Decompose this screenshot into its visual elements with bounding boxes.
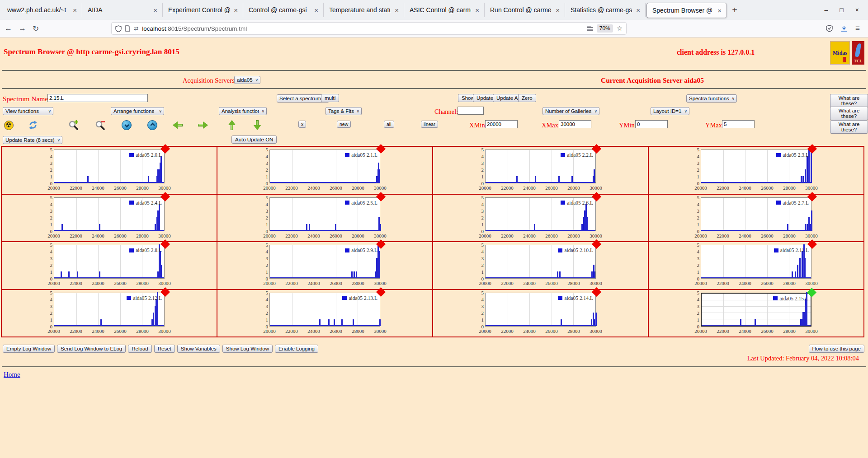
layout-id-dropdown[interactable]: Layout ID=1 [651,107,689,115]
gallery-cell[interactable]: aida05 2.0.L5432102000022000240002600028… [2,147,217,194]
tab-close-icon[interactable]: × [554,6,561,14]
new-tab-button[interactable]: + [728,3,741,17]
spectrum-plot[interactable]: aida05 2.12.L [54,293,165,327]
gallery-cell[interactable]: aida05 2.13.L543210200002200024000260002… [217,290,432,337]
enable-logging-button[interactable]: Enable Logging [275,345,318,353]
browser-tab[interactable]: Run Control @ carme-gs× [485,3,565,17]
multi-button[interactable]: multi [321,94,339,102]
arrow-up-icon[interactable] [226,119,238,131]
radiation-icon[interactable]: ☢ [3,119,14,131]
spectrum-plot[interactable]: aida05 2.7.L [701,197,811,231]
browser-tab[interactable]: AIDA× [82,3,163,17]
bookmark-star-icon[interactable]: ☆ [617,24,623,33]
spectrum-plot[interactable]: aida05 2.9.L [269,245,380,279]
spectrum-plot[interactable]: aida05 2.11.L [701,245,811,279]
analysis-functions-dropdown[interactable]: Analysis functions [219,107,267,115]
what-are-these-button-1[interactable]: What are these? [830,94,868,107]
gallery-cell[interactable]: aida05 2.11.L543210200002200024000260002… [649,242,863,289]
spectrum-plot[interactable]: aida05 2.0.L [54,150,165,183]
browser-tab[interactable]: Control @ carme-gsi× [243,3,324,17]
arrow-left-icon[interactable] [172,119,184,131]
what-are-these-button-2[interactable]: What are these? [830,107,868,120]
expand-vertical-icon[interactable] [146,119,158,131]
marker-diamond[interactable] [376,144,386,154]
tab-close-icon[interactable]: × [152,6,159,14]
spectrum-plot[interactable]: aida05 2.14.L [485,293,596,327]
tab-close-icon[interactable]: × [232,6,239,14]
tab-close-icon[interactable]: × [635,6,642,14]
back-button[interactable]: ← [5,24,12,33]
gallery-cell[interactable]: aida05 2.10.L543210200002200024000260002… [433,242,648,289]
zoom-in-icon[interactable] [68,119,80,131]
selected-marker-diamond[interactable] [807,287,816,297]
url-bar[interactable]: ⇄ localhost:8015/Spectrum/Spectrum.tml 7… [111,22,627,35]
gallery-cell[interactable]: aida05 2.9.L5432102000022000240002600028… [217,242,432,289]
home-link[interactable]: Home [4,371,20,379]
close-button[interactable]: × [855,6,859,14]
browser-tab[interactable]: Experiment Control @ ca× [163,3,243,17]
browser-tab[interactable]: Statistics @ carme-gsi× [565,3,646,17]
gallery-cell[interactable]: aida05 2.12.L543210200002200024000260002… [2,290,217,337]
arrow-down-icon[interactable] [251,119,263,131]
all-button[interactable]: all [384,121,394,128]
reload-button[interactable]: ↻ [33,24,39,33]
how-to-use-button[interactable]: How to use this page [809,345,864,353]
arrange-functions-dropdown[interactable]: Arrange functions [111,107,164,115]
collapse-vertical-icon[interactable] [121,119,132,131]
new-button[interactable]: new [337,121,351,128]
page-info-icon[interactable] [125,25,130,32]
xmin-input[interactable] [485,120,518,128]
gallery-cell[interactable]: aida05 2.1.L5432102000022000240002600028… [217,147,432,194]
browser-tab[interactable]: Temperature and status s× [324,3,404,17]
browser-tab[interactable]: www2.ph.ed.ac.uk/~t× [2,3,82,17]
tab-close-icon[interactable]: × [474,6,481,14]
spectrum-plot-selected[interactable]: aida05 2.15.L [701,293,811,327]
shield-icon[interactable] [115,25,122,32]
tab-close-icon[interactable]: × [313,6,320,14]
reader-mode-icon[interactable] [587,26,593,31]
show-variables-button[interactable]: Show Variables [177,345,220,353]
arrow-right-icon[interactable] [197,119,209,131]
gallery-cell[interactable]: aida05 2.5.L5432102000022000240002600028… [217,195,432,242]
reset-button[interactable]: Reset [154,345,175,353]
tab-close-icon[interactable]: × [716,7,723,14]
spectrum-plot[interactable]: aida05 2.8.L [54,245,165,279]
xmax-input[interactable] [559,120,591,128]
tags-fits-dropdown[interactable]: Tags & Fits [326,107,362,115]
extension-shield-icon[interactable] [826,25,833,32]
browser-tab[interactable]: ASIC Control @ carme-g× [404,3,485,17]
zero-button[interactable]: Zero [518,94,536,102]
refresh-icon[interactable] [27,119,39,131]
spectrum-plot[interactable]: aida05 2.5.L [269,197,380,231]
auto-update-button[interactable]: Auto Update ON [231,136,277,144]
zoom-level-button[interactable]: 70% [597,24,613,33]
gallery-cell[interactable]: aida05 2.7.L5432102000022000240002600028… [649,195,863,242]
menu-hamburger-icon[interactable]: ≡ [855,24,860,33]
marker-diamond[interactable] [592,144,601,154]
spectra-functions-dropdown[interactable]: Spectra functions [686,94,737,103]
spectrum-plot[interactable]: aida05 2.10.L [485,245,596,279]
empty-log-window-button[interactable]: Empty Log Window [3,345,55,353]
gallery-cell[interactable]: aida05 2.8.L5432102000022000240002600028… [2,242,217,289]
tab-close-icon[interactable]: × [71,6,78,14]
gallery-cell[interactable]: aida05 2.4.L5432102000022000240002600028… [2,195,217,242]
channel-input[interactable] [458,107,484,115]
spectrum-plot[interactable]: aida05 2.1.L [269,150,380,183]
restore-button[interactable]: □ [840,6,843,14]
x-button[interactable]: x [298,121,306,128]
marker-diamond[interactable] [160,144,170,154]
spectrum-plot[interactable]: aida05 2.2.L [485,150,596,183]
number-of-galleries-dropdown[interactable]: Number of Galleries [542,107,599,115]
spectrum-name-input[interactable] [47,94,148,102]
gallery-cell[interactable]: aida05 2.3.L5432102000022000240002600028… [649,147,863,194]
update-rate-dropdown[interactable]: Update Rate (8 secs) [3,136,62,144]
ymin-input[interactable] [635,120,668,128]
permissions-icon[interactable]: ⇄ [134,25,138,32]
gallery-cell[interactable]: aida05 2.2.L5432102000022000240002600028… [433,147,648,194]
gallery-cell[interactable]: aida05 2.6.L5432102000022000240002600028… [433,195,648,242]
view-functions-dropdown[interactable]: View functions [3,107,53,115]
forward-button[interactable]: → [19,24,26,33]
acquisition-server-select[interactable]: aida05 [234,76,260,84]
spectrum-plot[interactable]: aida05 2.6.L [485,197,596,231]
browser-tab[interactable]: Spectrum Browser @ ca× [646,3,727,18]
